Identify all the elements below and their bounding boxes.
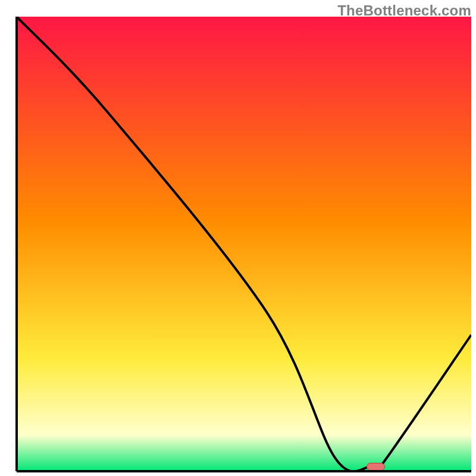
optimal-marker xyxy=(367,463,385,470)
watermark-text: TheBottleneck.com xyxy=(337,2,471,19)
bottleneck-chart xyxy=(0,0,476,476)
